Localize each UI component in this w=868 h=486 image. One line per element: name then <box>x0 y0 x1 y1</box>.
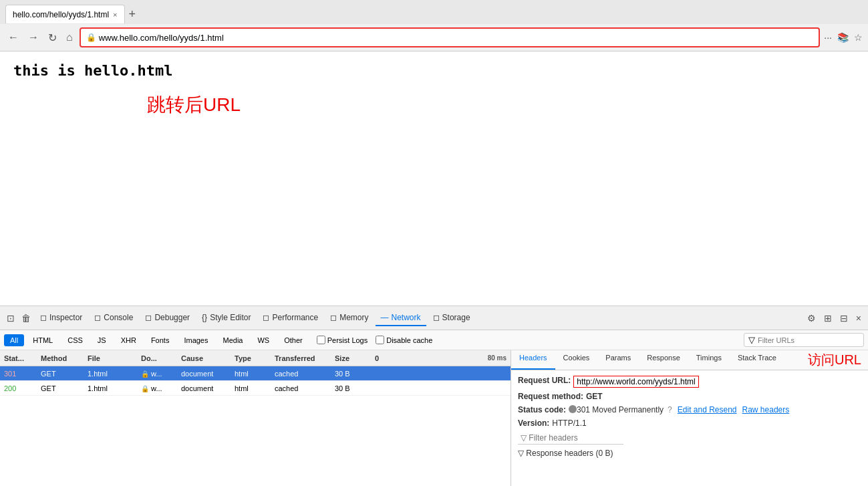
transferred-cell: cached <box>271 370 331 378</box>
tab-debugger-label: Debugger <box>154 313 190 322</box>
settings-button[interactable]: ⚙ <box>805 312 819 325</box>
table-header: Stat... Method File Do... Cause Type Tra… <box>0 350 511 366</box>
col-file: File <box>84 354 137 362</box>
version-label: Version: <box>518 418 549 428</box>
tab-console-label: Console <box>104 313 133 322</box>
tab-timings[interactable]: Timings <box>688 350 730 370</box>
bookmark-star-button[interactable]: ☆ <box>854 32 863 43</box>
tab-cookies[interactable]: Cookies <box>555 350 598 370</box>
filter-images-button[interactable]: Images <box>178 334 214 346</box>
style-editor-icon: {} <box>202 313 207 322</box>
filter-headers-input[interactable] <box>518 432 623 445</box>
filter-url-input[interactable] <box>758 336 859 344</box>
filter-css-button[interactable]: CSS <box>61 334 89 346</box>
inspector-icon: ◻ <box>40 313 47 322</box>
file-cell: 1.html <box>84 370 137 378</box>
disable-cache-checkbox-label[interactable]: Disable cache <box>376 336 432 344</box>
domain-cell: 🔒 w... <box>137 384 177 392</box>
tab-console[interactable]: ◻ Console <box>89 310 138 326</box>
filter-other-button[interactable]: Other <box>278 334 309 346</box>
version-value: HTTP/1.1 <box>552 418 586 428</box>
filter-html-button[interactable]: HTML <box>27 334 59 346</box>
devtools-panel: ⊡ 🗑 ◻ Inspector ◻ Console ◻ Debugger {} … <box>0 306 868 486</box>
filter-xhr-button[interactable]: XHR <box>115 334 142 346</box>
tab-storage-label: Storage <box>442 313 470 322</box>
persist-logs-checkbox-label[interactable]: Persist Logs <box>317 336 368 344</box>
col-timeline: 0 80 ms <box>371 354 511 362</box>
help-icon: ? <box>668 405 672 414</box>
request-url-value: http://www.world.com/yyds/1.html <box>573 376 698 388</box>
status-circle-icon <box>569 405 577 413</box>
devtools-toolbar: ⊡ 🗑 ◻ Inspector ◻ Console ◻ Debugger {} … <box>0 306 868 330</box>
address-bar-input[interactable] <box>99 33 814 43</box>
new-tab-button[interactable]: + <box>125 7 140 21</box>
nav-bar: ← → ↻ ⌂ 🔒 ··· 📚 ☆ <box>0 24 868 51</box>
active-tab[interactable]: hello.com/hello/yyds/1.html × <box>5 5 125 23</box>
home-button[interactable]: ⌂ <box>63 30 76 45</box>
persist-logs-checkbox[interactable] <box>317 336 325 344</box>
network-icon: — <box>381 313 389 322</box>
disable-cache-checkbox[interactable] <box>376 336 384 344</box>
reload-button[interactable]: ↻ <box>45 30 59 45</box>
tab-network-label: Network <box>392 313 421 322</box>
table-row[interactable]: 200 GET 1.html 🔒 w... document html cach… <box>0 381 511 396</box>
details-tabs: Headers Cookies Params Response Timings … <box>511 350 868 370</box>
col-transferred: Transferred <box>271 354 331 362</box>
tab-network[interactable]: — Network <box>376 310 426 326</box>
network-panel-split: Stat... Method File Do... Cause Type Tra… <box>0 350 868 486</box>
tab-headers[interactable]: Headers <box>511 350 555 370</box>
filter-url-wrapper: ▽ <box>744 333 864 347</box>
close-devtools-button[interactable]: × <box>853 312 864 325</box>
raw-headers-button[interactable]: Raw headers <box>742 405 790 414</box>
tab-debugger[interactable]: ◻ Debugger <box>140 310 195 326</box>
type-cell: html <box>231 370 271 378</box>
domain-cell: 🔒 w... <box>137 370 177 378</box>
cause-cell: document <box>177 370 231 378</box>
table-row[interactable]: 301 GET 1.html 🔒 w... document html cach… <box>0 366 511 381</box>
transferred-cell: cached <box>271 384 331 392</box>
tab-inspector[interactable]: ◻ Inspector <box>35 310 88 326</box>
tab-close-icon[interactable]: × <box>113 11 117 19</box>
col-domain: Do... <box>137 354 177 362</box>
col-status: Stat... <box>0 354 37 362</box>
tab-performance[interactable]: ◻ Performance <box>257 310 323 326</box>
request-url-row: Request URL: http://www.world.com/yyds/1… <box>518 376 861 388</box>
tab-stack-trace[interactable]: Stack Trace <box>730 350 784 370</box>
status-code-row: Status code: 301 Moved Permanently ? Edi… <box>518 405 861 414</box>
edit-resend-button[interactable]: Edit and Resend <box>678 405 737 414</box>
tab-memory-label: Memory <box>339 313 368 322</box>
dock-button[interactable]: ⊟ <box>837 312 851 325</box>
filter-fonts-button[interactable]: Fonts <box>145 334 176 346</box>
request-method-label: Request method: <box>518 392 583 401</box>
trash-button[interactable]: 🗑 <box>19 312 33 325</box>
forward-button[interactable]: → <box>25 30 41 45</box>
more-options-button[interactable]: ··· <box>824 32 832 43</box>
request-details-panel: Headers Cookies Params Response Timings … <box>511 350 868 486</box>
nav-actions: ··· 📚 ☆ <box>824 32 863 43</box>
console-icon: ◻ <box>94 313 101 322</box>
filter-ws-button[interactable]: WS <box>251 334 275 346</box>
network-request-list: Stat... Method File Do... Cause Type Tra… <box>0 350 511 486</box>
bookmarks-button[interactable]: 📚 <box>837 32 849 43</box>
status-cell: 301 <box>0 370 37 378</box>
tab-style-editor[interactable]: {} Style Editor <box>196 310 256 326</box>
request-method-row: Request method: GET <box>518 392 861 401</box>
tab-params[interactable]: Params <box>597 350 639 370</box>
filter-all-button[interactable]: All <box>4 334 24 346</box>
tab-response[interactable]: Response <box>639 350 688 370</box>
back-button[interactable]: ← <box>5 30 21 45</box>
memory-icon: ◻ <box>330 313 337 322</box>
response-headers-label: ▽ Response headers (0 B) <box>518 449 861 458</box>
method-cell: GET <box>37 370 84 378</box>
filter-media-button[interactable]: Media <box>216 334 249 346</box>
redirect-label: 跳转后URL <box>147 92 855 118</box>
status-code-value: 301 Moved Permanently <box>577 405 664 414</box>
responsive-design-button[interactable]: ⊡ <box>4 312 17 325</box>
lock-icon: 🔒 <box>86 33 96 42</box>
tab-memory[interactable]: ◻ Memory <box>325 310 374 326</box>
tab-storage[interactable]: ◻ Storage <box>428 310 476 326</box>
split-view-button[interactable]: ⊞ <box>821 312 835 325</box>
filter-js-button[interactable]: JS <box>92 334 112 346</box>
tab-style-editor-label: Style Editor <box>210 313 251 322</box>
details-content: Request URL: http://www.world.com/yyds/1… <box>511 370 868 486</box>
